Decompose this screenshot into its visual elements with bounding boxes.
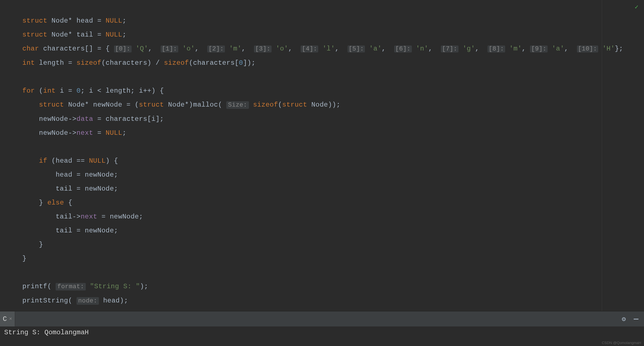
close-icon[interactable]: × [9,316,12,322]
margin-line [602,0,602,311]
code-line: tail = newNode; [22,227,118,234]
code-line: } else { [22,199,72,206]
code-line: printf( format: "String S: "); [22,283,148,290]
code-line: struct Node* tail = NULL; [22,31,127,39]
code-line [22,269,27,276]
code-line: tail = newNode; [22,185,118,193]
console-tab[interactable]: C × [0,311,15,326]
code-line: printString( node: head); [22,297,128,304]
code-line: head = newNode; [22,171,118,179]
code-line [22,73,27,81]
code-line: } [22,241,43,248]
code-line: tail->next = newNode; [22,213,143,220]
status-ok-icon: ✓ [635,3,638,11]
minimize-icon[interactable]: — [634,315,638,323]
console-tab-bar: C × ⚙ — [0,311,644,326]
code-line: int length = sizeof(characters) / sizeof… [22,59,256,67]
code-line [22,143,27,151]
code-line: struct Node* head = NULL; [22,17,127,25]
code-line: newNode->data = characters[i]; [22,115,164,123]
code-line: char characters[] = { [0]: 'Q', [1]: 'o'… [22,45,623,52]
code-line: newNode->next = NULL; [22,129,127,137]
tab-label: C [3,315,7,323]
watermark-text: CSDN @QomolangmaH [602,341,641,345]
console-output-line: String S: QomolangmaH [4,329,89,336]
code-line: if (head == NULL) { [22,157,118,165]
code-content[interactable]: struct Node* head = NULL; struct Node* t… [0,0,644,311]
code-line: for (int i = 0; i < length; i++) { [22,87,164,95]
code-line: } [22,255,27,262]
console-output-panel[interactable]: String S: QomolangmaH [0,326,644,346]
gear-icon[interactable]: ⚙ [622,315,626,323]
code-editor[interactable]: ✓ struct Node* head = NULL; struct Node*… [0,0,644,311]
code-line: struct Node* newNode = (struct Node*)mal… [22,101,341,109]
